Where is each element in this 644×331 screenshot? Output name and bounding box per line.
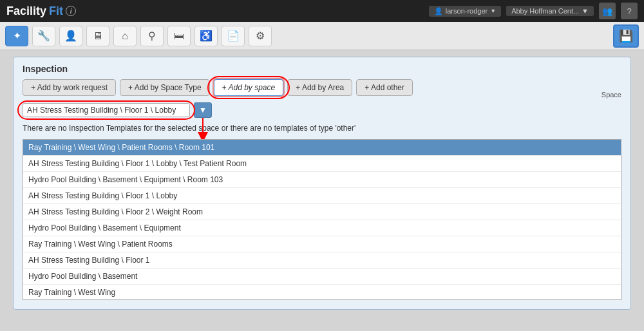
- list-item[interactable]: Ray Training \ West Wing \ Patient Rooms…: [23, 140, 621, 156]
- logo: FacilityFit i: [6, 5, 76, 18]
- space-list[interactable]: Ray Training \ West Wing \ Patient Rooms…: [23, 139, 621, 300]
- document-toolbar-btn[interactable]: 📄: [222, 26, 245, 46]
- list-area-wrapper: Ray Training \ West Wing \ Patient Rooms…: [23, 139, 621, 300]
- main-content: Inspection + Add by work request + Add b…: [0, 50, 644, 331]
- list-item[interactable]: Hydro Pool Building \ Basement: [23, 269, 621, 285]
- list-item[interactable]: Hydro Pool Building \ Basement \ Equipme…: [23, 220, 621, 236]
- campus-label: Abby Hoffman Cent...: [511, 7, 579, 15]
- space-input[interactable]: [23, 103, 190, 117]
- home-toolbar-btn[interactable]: ⌂: [113, 26, 137, 46]
- space-input-wrapper: [23, 103, 190, 117]
- list-item[interactable]: Ray Training \ West Wing: [23, 285, 621, 300]
- space-label: Space: [601, 91, 621, 99]
- campus-menu[interactable]: Abby Hoffman Cent... ▼: [506, 6, 594, 16]
- user-caret-icon: ▼: [490, 8, 496, 14]
- campus-caret-icon: ▼: [582, 7, 589, 15]
- header-right: 👤 larson-rodger ▼ Abby Hoffman Cent... ▼…: [429, 3, 638, 19]
- wrench-toolbar-btn[interactable]: 🔧: [32, 26, 55, 46]
- list-item[interactable]: Hydro Pool Building \ Basement \ Equipme…: [23, 172, 621, 188]
- add-area-btn[interactable]: + Add by Area: [287, 79, 352, 96]
- add-buttons-row: + Add by work request + Add by Space Typ…: [23, 79, 621, 96]
- gear-toolbar-btn[interactable]: ⚙: [249, 26, 272, 46]
- list-item[interactable]: AH Stress Testing Building \ Floor 1 \ L…: [23, 188, 621, 204]
- logo-fit: Fit: [49, 5, 63, 18]
- username-label: larson-rodger: [446, 7, 488, 15]
- add-other-btn[interactable]: + Add other: [356, 79, 413, 96]
- add-work-request-btn[interactable]: + Add by work request: [23, 79, 116, 96]
- info-icon[interactable]: i: [66, 6, 76, 16]
- space-input-row: ▼: [23, 102, 621, 118]
- add-space-type-btn[interactable]: + Add by Space Type: [120, 79, 210, 96]
- bed-toolbar-btn[interactable]: 🛏: [167, 26, 191, 46]
- add-space-btn-wrapper: + Add by space: [214, 79, 284, 96]
- header: FacilityFit i 👤 larson-rodger ▼ Abby Hof…: [0, 0, 644, 22]
- group-icon-btn[interactable]: 👥: [599, 3, 616, 19]
- list-item[interactable]: AH Stress Testing Building \ Floor 1: [23, 252, 621, 269]
- space-dropdown-btn[interactable]: ▼: [194, 102, 212, 118]
- help-icon-btn[interactable]: ?: [621, 3, 638, 19]
- toolbar: ✦ 🔧 👤 🖥 ⌂ ⚲ 🛏 ♿ 📄 ⚙ 💾: [0, 22, 644, 50]
- star-toolbar-btn[interactable]: ✦: [5, 26, 28, 46]
- monitor-toolbar-btn[interactable]: 🖥: [86, 26, 109, 46]
- inspection-panel: Inspection + Add by work request + Add b…: [13, 57, 631, 310]
- magnify-toolbar-btn[interactable]: ⚲: [140, 26, 164, 46]
- list-item[interactable]: AH Stress Testing Building \ Floor 1 \ L…: [23, 156, 621, 172]
- add-space-btn[interactable]: + Add by space: [214, 79, 284, 96]
- wheelchair-toolbar-btn[interactable]: ♿: [194, 26, 218, 46]
- save-button[interactable]: 💾: [613, 24, 639, 48]
- info-message: There are no Inspection Templates for th…: [23, 123, 621, 134]
- list-item[interactable]: Ray Training \ West Wing \ Patient Rooms: [23, 236, 621, 252]
- logo-facility: Facility: [6, 5, 46, 18]
- inspection-title: Inspection: [23, 64, 621, 74]
- user-menu[interactable]: 👤 larson-rodger ▼: [429, 6, 501, 17]
- user-icon: 👤: [434, 7, 443, 15]
- list-item[interactable]: AH Stress Testing Building \ Floor 2 \ W…: [23, 204, 621, 220]
- person-toolbar-btn[interactable]: 👤: [59, 26, 82, 46]
